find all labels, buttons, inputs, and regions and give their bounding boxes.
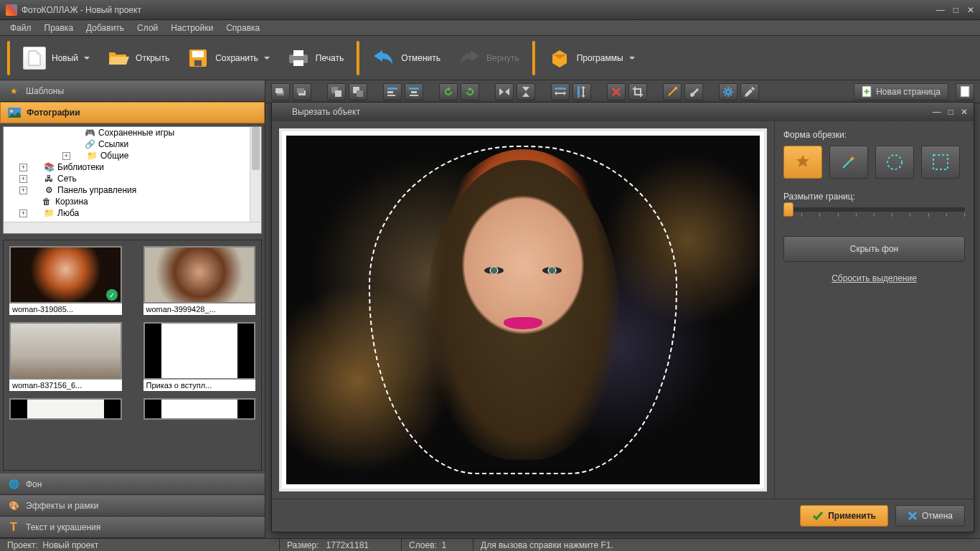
thumbnail-item[interactable] [9,398,122,420]
eyedropper-icon[interactable] [740,83,759,100]
crop-icon[interactable] [628,83,647,100]
menu-help[interactable]: Справка [220,22,265,34]
x-icon [908,511,918,521]
maximize-icon[interactable]: □ [948,107,953,117]
shape-rect-button[interactable] [921,146,960,179]
folder-open-icon [107,47,130,70]
cancel-button[interactable]: Отмена [895,505,965,527]
fit-height-icon[interactable] [573,83,591,100]
wand-icon[interactable] [663,83,682,100]
control-panel-icon: ⚙ [43,185,55,195]
accordion-background[interactable]: 🌐 Фон [0,474,265,495]
folder-icon: 🎮 [84,128,95,138]
expand-icon[interactable]: + [19,164,27,171]
expand-icon[interactable]: + [19,175,27,183]
dialog-footer: Применить Отмена [272,499,974,532]
blur-edges-label: Размытие границ: [783,192,965,202]
brush-icon[interactable] [684,83,703,100]
shape-freehand-button[interactable] [783,146,822,179]
cut-object-dialog: Вырезать объект — □ ✕ [271,102,974,532]
slider-thumb[interactable] [783,202,793,217]
align-left-icon[interactable] [383,83,402,100]
minimize-icon[interactable]: — [936,5,945,15]
status-help-text: Для вызова справки нажмите F1. [481,540,613,550]
scrollbar-vertical[interactable] [250,127,261,222]
undo-icon [372,47,395,70]
send-back-icon[interactable] [349,83,367,100]
svg-rect-5 [293,60,303,66]
new-button[interactable]: Новый [14,42,98,74]
expand-icon[interactable]: + [19,187,27,194]
close-icon[interactable]: ✕ [961,107,968,117]
expand-icon[interactable]: + [62,152,70,160]
shape-ellipse-button[interactable] [875,146,914,179]
rotate-right-icon[interactable] [461,83,479,100]
menu-edit[interactable]: Правка [39,22,80,34]
fit-width-icon[interactable] [551,83,570,100]
accordion-templates[interactable]: ★ Шаблоны [0,80,265,102]
selection-outline[interactable] [369,146,677,474]
rotate-left-icon[interactable] [439,83,458,100]
thumbnail-item[interactable]: Приказ о вступл... [143,322,256,391]
svg-rect-18 [387,95,395,96]
align-center-icon[interactable] [405,83,423,100]
thumbnail-item[interactable] [143,398,256,420]
folder-icon: 📁 [86,151,98,161]
maximize-icon[interactable]: □ [953,5,958,15]
save-button[interactable]: Сохранить [178,42,278,74]
accordion-effects[interactable]: 🎨 Эффекты и рамки [0,495,265,517]
print-button[interactable]: Печать [278,42,352,74]
thumbnail-item[interactable]: woman-3999428_... [143,246,256,315]
svg-rect-1 [192,51,204,57]
folder-tree[interactable]: 🎮Сохраненные игры 🔗Ссылки +📁Общие +📚Библ… [3,126,262,234]
page-options-icon[interactable] [956,83,974,100]
photo-icon [8,106,21,119]
open-button[interactable]: Открыть [98,42,178,74]
menu-add[interactable]: Добавить [80,22,130,34]
left-panel: ★ Шаблоны Фотографии 🎮Сохраненные игры 🔗… [0,80,265,538]
new-page-button[interactable]: Новая страница [854,83,948,100]
reset-selection-link[interactable]: Сбросить выделение [783,273,965,283]
delete-icon[interactable] [607,83,626,100]
save-icon [187,47,209,70]
close-icon[interactable]: ✕ [967,5,974,15]
toolbar-separator [532,41,535,75]
svg-rect-27 [961,86,969,97]
flip-v-icon[interactable] [517,83,535,100]
layer-up-icon[interactable] [293,83,311,100]
chevron-down-icon [264,55,270,61]
flip-h-icon[interactable] [495,83,514,100]
expand-icon[interactable]: + [19,209,27,217]
minimize-icon[interactable]: — [933,107,941,117]
star-icon: ★ [7,85,20,98]
bring-front-icon[interactable] [327,83,346,100]
hide-background-button[interactable]: Скрыть фон [783,236,965,262]
programs-button[interactable]: Программы [540,42,644,74]
layer-down-icon[interactable] [271,83,290,100]
statusbar: Проект: Новый проект Размер: 1772x1181 С… [0,538,980,551]
undo-button[interactable]: Отменить [364,42,449,74]
scrollbar-horizontal[interactable] [4,222,261,233]
accordion-photos[interactable]: Фотографии [0,102,265,123]
svg-rect-15 [357,90,363,97]
gear-icon[interactable] [719,83,738,100]
svg-rect-4 [293,50,303,56]
canvas[interactable] [279,128,767,491]
globe-icon: 🌐 [7,478,20,491]
menu-file[interactable]: Файл [4,22,37,34]
menu-layer[interactable]: Слой [131,22,164,34]
blur-slider[interactable] [783,207,965,212]
accordion-text[interactable]: T Текст и украшения [0,517,265,538]
menu-settings[interactable]: Настройки [165,22,219,34]
redo-button[interactable]: Вернуть [449,42,528,74]
editor-toolbar: Новая страница [265,80,980,103]
svg-rect-11 [297,88,304,93]
shape-magic-button[interactable] [829,146,868,179]
thumbnail-item[interactable]: woman-837156_6... [9,322,122,391]
svg-rect-19 [409,88,419,90]
apply-button[interactable]: Применить [800,505,888,527]
thumbnail-item[interactable]: ✓ woman-319085... [9,246,122,315]
thumbnails-grid: ✓ woman-319085... woman-3999428_... woma… [3,240,262,471]
folder-icon: 📁 [43,208,55,218]
dialog-titlebar: Вырезать объект — □ ✕ [272,103,974,121]
